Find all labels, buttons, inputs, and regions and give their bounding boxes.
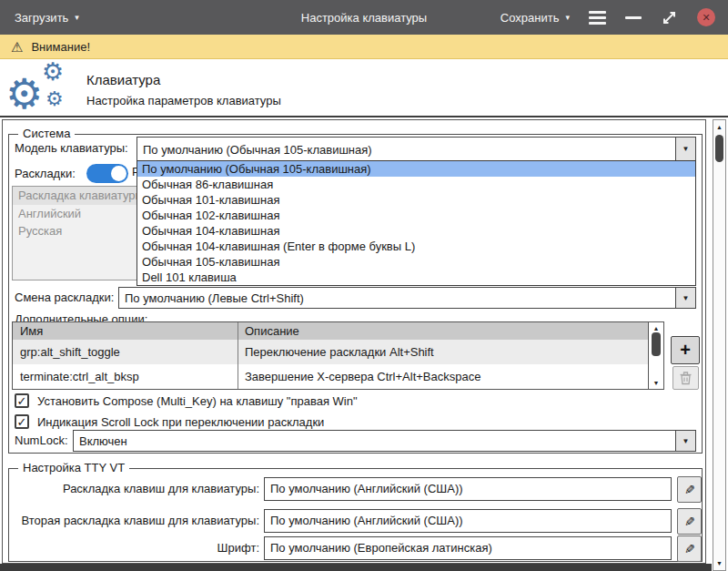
keyboard-model-combobox[interactable]: По умолчанию (Обычная 105-клавишная) ▼ (136, 137, 696, 161)
layouts-toggle[interactable] (86, 164, 128, 183)
scrollbar-thumb[interactable] (715, 135, 723, 162)
edit-tty-font-button[interactable]: ✎ (677, 535, 702, 562)
delete-option-button[interactable] (672, 366, 699, 390)
gear-icon: ⚙ (5, 73, 43, 115)
scrolllock-checkbox[interactable]: ✓ (15, 414, 29, 429)
scroll-up-icon[interactable]: ▲ (713, 124, 725, 130)
warning-icon: ⚠ (11, 40, 23, 54)
dropdown-option[interactable]: Обычная 105-клавишная (137, 254, 695, 270)
gear-icon: ⚙ (42, 60, 64, 85)
tty-layout-field[interactable]: По умолчанию (Английский (США)) (264, 477, 672, 501)
model-label: Модель клавиатуры: (15, 139, 128, 158)
tty-font-field[interactable]: По умолчанию (Европейская латинская) (264, 536, 672, 560)
hamburger-menu-button[interactable] (589, 11, 606, 25)
numlock-value: Включен (79, 434, 127, 448)
combo-dropdown-button[interactable]: ▼ (675, 138, 695, 160)
dropdown-option[interactable]: Обычная 101-клавишная (137, 192, 695, 208)
tty-layout-label: Раскладка клавиш для клавиатуры: (14, 477, 259, 501)
scrollbar-thumb[interactable] (652, 332, 661, 356)
dropdown-option[interactable]: Обычная 104-клавишная (Enter в форме бук… (137, 239, 695, 254)
layouts-label: Раскладки: (15, 165, 76, 183)
edit-tty-layout-button[interactable]: ✎ (677, 476, 702, 503)
chevron-down-icon: ▼ (682, 294, 690, 302)
hamburger-icon (589, 11, 606, 14)
scroll-up-icon[interactable]: ▲ (649, 325, 663, 331)
save-menu-label: Сохранить (500, 11, 560, 25)
scroll-down-icon[interactable]: ▼ (713, 560, 725, 566)
close-icon: ✕ (702, 12, 710, 24)
table-scrollbar[interactable]: ▲ ▼ (648, 322, 663, 389)
check-icon: ✓ (17, 394, 27, 408)
table-header: Имя Описание (13, 322, 663, 340)
combo-dropdown-button[interactable]: ▼ (675, 288, 695, 308)
compose-checkbox-row: ✓ Установить Compose (Multi_Key) на клав… (15, 393, 358, 408)
compose-checkbox[interactable]: ✓ (15, 393, 29, 408)
pencil-icon: ✎ (684, 483, 695, 497)
dropdown-option[interactable]: Dell 101 клавиша (137, 270, 695, 285)
chevron-down-icon: ▾ (75, 14, 79, 22)
edit-tty-layout2-button[interactable]: ✎ (677, 508, 702, 535)
keyboard-model-value: По умолчанию (Обычная 105-клавишная) (143, 142, 372, 156)
combo-dropdown-button[interactable]: ▼ (675, 431, 695, 451)
options-table: Имя Описание grp:alt_shift_toggle Перекл… (12, 321, 664, 390)
column-divider (238, 322, 238, 389)
trash-icon (679, 371, 693, 385)
close-button[interactable]: ✕ (697, 8, 715, 26)
option-description-cell: Завершение X-сервера Ctrl+Alt+Backspace (238, 364, 663, 389)
layout-switch-combobox[interactable]: По умолчанию (Левые Ctrl+Shift) ▼ (118, 287, 696, 309)
column-header-name: Имя (13, 322, 238, 340)
expand-icon (661, 9, 678, 26)
dropdown-option[interactable]: Обычная 104-клавишная (137, 223, 695, 239)
window-bottom-edge (0, 564, 712, 571)
page-subtitle: Настройка параметров клавиатуры (86, 94, 281, 107)
tty-font-label: Шрифт: (14, 536, 259, 560)
option-name-cell: grp:alt_shift_toggle (13, 340, 238, 364)
option-name-cell: terminate:ctrl_alt_bksp (13, 364, 238, 389)
scrolllock-checkbox-label: Индикация Scroll Lock при переключении р… (37, 415, 324, 429)
titlebar: Загрузить ▾ Настройка клавиатуры Сохрани… (0, 0, 728, 35)
chevron-down-icon: ▾ (565, 14, 570, 22)
tty-section-legend: Настройка TTY VT (18, 461, 129, 474)
module-header: ⚙ ⚙ ⚙ Клавиатура Настройка параметров кл… (0, 60, 728, 117)
dropdown-option[interactable]: Обычная 102-клавишная (137, 208, 695, 223)
system-section-legend: Система (18, 127, 75, 140)
dropdown-option[interactable]: Обычная 86-клавишная (137, 177, 695, 192)
tty-layout2-field[interactable]: По умолчанию (Английский (США)) (264, 509, 672, 533)
check-icon: ✓ (17, 415, 27, 429)
layout-switch-label: Смена раскладки: (15, 289, 114, 307)
window: Загрузить ▾ Настройка клавиатуры Сохрани… (0, 0, 728, 571)
plus-icon: + (680, 340, 691, 361)
load-menu-label: Загрузить (15, 11, 68, 25)
warning-banner: ⚠ Внимание! (0, 35, 728, 59)
main-scrollbar[interactable]: ▲ ▼ (713, 119, 726, 571)
numlock-combobox[interactable]: Включен ▼ (73, 430, 696, 452)
save-menu-button[interactable]: Сохранить ▾ (500, 11, 570, 25)
table-row[interactable]: terminate:ctrl_alt_bksp Завершение X-сер… (13, 364, 663, 389)
gear-icon: ⚙ (46, 89, 64, 109)
load-menu-button[interactable]: Загрузить ▾ (15, 11, 79, 25)
add-option-button[interactable]: + (671, 336, 700, 364)
layout-switch-value: По умолчанию (Левые Ctrl+Shift) (125, 291, 304, 305)
scroll-down-icon[interactable]: ▼ (649, 380, 663, 386)
page-title: Клавиатура (86, 72, 160, 87)
pencil-icon: ✎ (684, 542, 695, 556)
maximize-button[interactable] (661, 9, 678, 26)
chevron-down-icon: ▼ (682, 437, 690, 445)
toggle-knob (111, 166, 126, 181)
column-header-description: Описание (238, 322, 663, 340)
keyboard-settings-icon: ⚙ ⚙ ⚙ (4, 60, 76, 115)
chevron-down-icon: ▼ (682, 145, 690, 153)
warning-text: Внимание! (31, 40, 90, 54)
pencil-icon: ✎ (684, 515, 695, 529)
table-row[interactable]: grp:alt_shift_toggle Переключение раскла… (13, 340, 663, 364)
scrolllock-checkbox-row: ✓ Индикация Scroll Lock при переключении… (15, 414, 324, 429)
dropdown-option[interactable]: По умолчанию (Обычная 105-клавишная) (137, 161, 695, 177)
compose-checkbox-label: Установить Compose (Multi_Key) на клавиш… (37, 394, 358, 408)
option-description-cell: Переключение раскладки Alt+Shift (238, 340, 663, 364)
numlock-label: NumLock: (15, 432, 68, 450)
minimize-icon (625, 16, 642, 19)
tty-layout2-label: Вторая раскладка клавиш для клавиатуры: (14, 509, 259, 533)
minimize-button[interactable] (625, 16, 642, 19)
keyboard-model-dropdown-list: По умолчанию (Обычная 105-клавишная) Обы… (136, 160, 696, 286)
